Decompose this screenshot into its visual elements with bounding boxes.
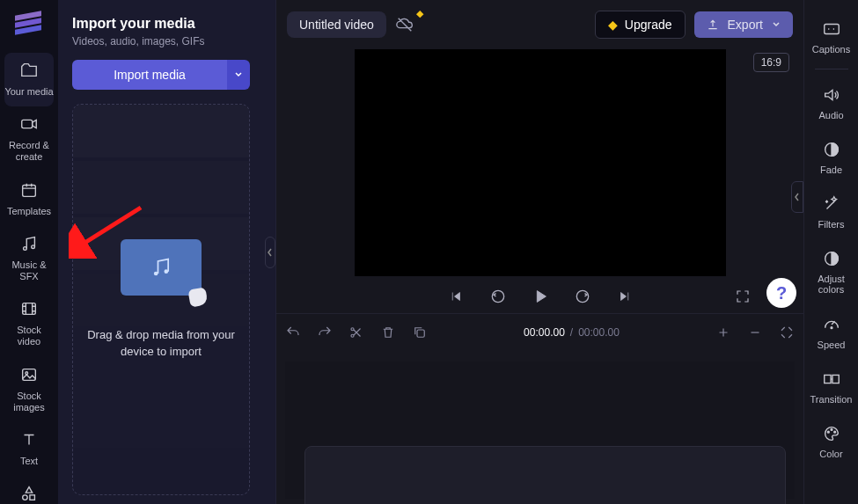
sidebar-label: Your media [4, 86, 53, 98]
right-sidebar: Captions Audio Fade Filters Adjust color… [803, 0, 858, 504]
premium-badge-icon: ◆ [416, 8, 423, 19]
right-item-audio[interactable]: Audio [807, 77, 856, 131]
dropzone-background [73, 105, 249, 494]
music-icon [18, 233, 40, 254]
forward-button[interactable] [573, 287, 592, 306]
camera-icon [18, 113, 40, 135]
timeline-toolbar: 00:00.00 / 00:00.00 [285, 319, 795, 346]
timeline-tracks[interactable] [285, 362, 795, 499]
svg-point-27 [833, 431, 835, 433]
undo-button[interactable] [285, 325, 301, 340]
right-item-color[interactable]: Color [807, 415, 856, 470]
svg-point-25 [827, 431, 829, 433]
panel-subtitle: Videos, audio, images, GIFs [72, 35, 250, 47]
sidebar-item-record-create[interactable]: Record & create [4, 106, 54, 172]
right-item-captions[interactable]: Captions [807, 11, 856, 65]
video-preview-canvas[interactable] [355, 49, 726, 276]
right-item-fade[interactable]: Fade [807, 131, 856, 186]
svg-rect-19 [824, 25, 839, 34]
text-icon [18, 429, 40, 450]
project-title[interactable]: Untitled video [287, 11, 386, 38]
svg-rect-3 [22, 121, 33, 128]
svg-point-10 [23, 495, 28, 500]
skip-start-button[interactable] [446, 287, 466, 306]
export-button[interactable]: Export [694, 11, 793, 38]
timecode-current: 00:00.00 [524, 326, 565, 339]
svg-point-22 [831, 326, 832, 328]
upload-icon [707, 18, 719, 31]
right-item-transition[interactable]: Transition [807, 361, 856, 415]
project-title-text: Untitled video [299, 18, 374, 32]
preview-stage: 16:9 ? [276, 49, 803, 313]
speedometer-icon [820, 313, 843, 336]
image-icon [18, 364, 40, 385]
fade-icon [820, 138, 843, 161]
music-note-icon [149, 255, 173, 280]
media-panel: Import your media Videos, audio, images,… [58, 0, 264, 504]
right-item-speed[interactable]: Speed [807, 306, 856, 361]
right-item-adjust-colors[interactable]: Adjust colors [807, 240, 856, 305]
palette-icon [820, 422, 843, 445]
svg-rect-8 [23, 369, 36, 380]
shapes-icon [18, 483, 40, 504]
redo-button[interactable] [317, 325, 333, 340]
sidebar-item-stock-video[interactable]: Stock video [4, 291, 54, 356]
transition-icon [820, 368, 843, 391]
collapse-right-button[interactable] [791, 181, 803, 213]
media-dropzone[interactable]: Drag & drop media from your device to im… [72, 104, 250, 495]
zoom-in-button[interactable] [715, 325, 731, 340]
chevron-down-icon [234, 70, 243, 79]
svg-point-5 [24, 246, 27, 250]
contrast-icon [820, 247, 843, 270]
timeline: 00:00.00 / 00:00.00 [276, 313, 803, 504]
split-button[interactable] [348, 325, 364, 340]
sidebar-label: Stock images [4, 391, 54, 413]
sidebar-label: Templates [7, 206, 51, 217]
sidebar-item-stock-images[interactable]: Stock images [4, 357, 54, 422]
dropzone-media-tile [121, 239, 202, 296]
speaker-icon [820, 84, 843, 106]
svg-rect-7 [23, 303, 36, 315]
cloud-sync-off-icon[interactable]: ◆ [395, 15, 414, 34]
collapse-panel-button[interactable] [264, 0, 276, 504]
skip-end-button[interactable] [615, 287, 634, 306]
sidebar-label: Record & create [4, 140, 54, 163]
timecode-separator: / [570, 326, 573, 339]
templates-icon [18, 179, 40, 201]
diamond-icon: ◆ [608, 18, 618, 32]
duplicate-button[interactable] [412, 325, 428, 340]
right-item-filters[interactable]: Filters [807, 186, 856, 240]
fullscreen-button[interactable] [733, 287, 752, 306]
film-icon [18, 298, 40, 319]
sidebar-item-your-media[interactable]: Your media [4, 53, 54, 106]
delete-button[interactable] [380, 325, 396, 340]
zoom-out-button[interactable] [747, 325, 763, 340]
fit-timeline-button[interactable] [779, 325, 795, 340]
timeline-empty-clip[interactable] [304, 446, 786, 504]
sidebar-label: Text [20, 456, 38, 467]
aspect-ratio-chip[interactable]: 16:9 [753, 53, 789, 72]
svg-rect-23 [824, 375, 830, 383]
dropzone-text: Drag & drop media from your device to im… [86, 327, 236, 359]
rewind-button[interactable] [488, 287, 508, 306]
folder-icon [18, 60, 40, 81]
topbar: Untitled video ◆ ◆ Upgrade Export [276, 0, 803, 49]
import-media-dropdown[interactable] [227, 60, 250, 90]
magic-wand-icon [820, 193, 843, 215]
left-sidebar: Your media Record & create Templates Mus… [0, 0, 58, 504]
svg-rect-4 [23, 185, 36, 196]
svg-point-14 [492, 290, 503, 302]
app-logo [13, 11, 45, 37]
sidebar-item-graphics[interactable]: Graphics [4, 476, 54, 504]
import-media-button[interactable]: Import media [72, 60, 227, 90]
play-button[interactable] [531, 287, 550, 306]
sidebar-item-music-sfx[interactable]: Music & SFX [4, 226, 54, 291]
sidebar-item-templates[interactable]: Templates [4, 172, 54, 226]
chevron-down-icon [772, 20, 781, 29]
sidebar-item-text[interactable]: Text [4, 422, 54, 476]
help-button[interactable]: ? [766, 278, 796, 308]
sidebar-label: Stock video [4, 325, 54, 347]
svg-rect-24 [832, 375, 838, 383]
svg-point-16 [351, 328, 354, 331]
upgrade-button[interactable]: ◆ Upgrade [595, 11, 686, 39]
